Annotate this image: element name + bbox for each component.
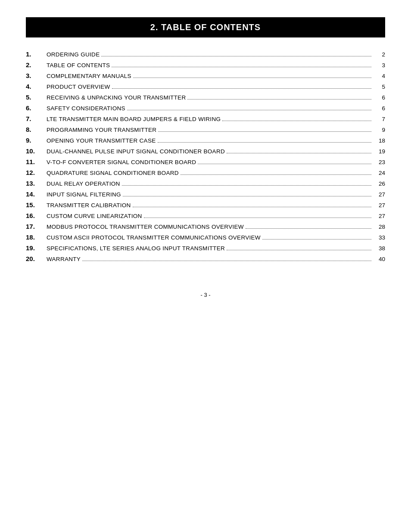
toc-item-dots [112,88,371,89]
toc-item-text-area: WARRANTY40 [47,256,385,262]
toc-item-number: 13. [26,180,47,187]
toc-item: 20.WARRANTY40 [26,255,385,262]
toc-item-title: INPUT SIGNAL FILTERING [47,191,121,198]
toc-item-title: WARRANTY [47,256,81,262]
toc-item-dots [101,56,371,56]
toc-item-dots [222,121,371,121]
toc-item-text-area: RECEIVING & UNPACKING YOUR TRANSMITTER6 [47,94,385,101]
toc-item-dots [198,164,371,164]
toc-item-dots [187,99,371,100]
toc-item-page: 2 [373,51,385,58]
toc-item-dots [127,110,371,110]
toc-item-text-area: SPECIFICATIONS, LTE SERIES ANALOG INPUT … [47,245,385,252]
section-header: 2. TABLE OF CONTENTS [26,17,385,37]
toc-item-number: 3. [26,72,47,79]
toc-item-page: 9 [373,127,385,133]
toc-item-dots [123,196,371,196]
toc-item-page: 40 [373,256,385,262]
toc-item: 9.OPENING YOUR TRANSMITTER CASE18 [26,137,385,144]
toc-item: 1.ORDERING GUIDE2 [26,50,385,58]
toc-item-title: OPENING YOUR TRANSMITTER CASE [47,137,156,144]
toc-list: 1.ORDERING GUIDE22.TABLE OF CONTENTS33.C… [26,50,385,262]
toc-item: 15.TRANSMITTER CALIBRATION27 [26,201,385,208]
toc-item-page: 27 [373,191,385,198]
toc-item-title: MODBUS PROTOCOL TRANSMITTER COMMUNICATIO… [47,224,244,230]
toc-item-number: 4. [26,83,47,90]
toc-item-text-area: MODBUS PROTOCOL TRANSMITTER COMMUNICATIO… [47,224,385,230]
toc-item-text-area: V-TO-F CONVERTER SIGNAL CONDITIONER BOAR… [47,159,385,165]
toc-item-number: 17. [26,223,47,230]
toc-item-title: DUAL-CHANNEL PULSE INPUT SIGNAL CONDITIO… [47,148,225,155]
toc-item-title: COMPLEMENTARY MANUALS [47,73,131,79]
toc-item-dots [181,174,371,175]
toc-item-text-area: DUAL RELAY OPERATION26 [47,180,385,187]
toc-item-number: 19. [26,244,47,252]
toc-item-text-area: PRODUCT OVERVIEW5 [47,84,385,90]
toc-item-title: RECEIVING & UNPACKING YOUR TRANSMITTER [47,94,186,101]
toc-item-text-area: CUSTOM ASCII PROTOCOL TRANSMITTER COMMUN… [47,234,385,241]
toc-item: 2.TABLE OF CONTENTS3 [26,61,385,68]
toc-item-dots [144,218,371,218]
toc-item-page: 23 [373,159,385,165]
page-footer: - 3 - [26,266,385,298]
toc-item-page: 27 [373,213,385,219]
toc-item-title: DUAL RELAY OPERATION [47,180,120,187]
toc-item-dots [227,153,371,153]
toc-item-number: 16. [26,212,47,219]
toc-item-text-area: CUSTOM CURVE LINEARIZATION27 [47,213,385,219]
toc-item-dots [158,131,371,132]
toc-item-number: 7. [26,115,47,122]
toc-item-title: PRODUCT OVERVIEW [47,84,110,90]
toc-item-page: 38 [373,245,385,252]
toc-item-text-area: ORDERING GUIDE2 [47,51,385,58]
toc-item-dots [133,207,371,207]
toc-item-title: V-TO-F CONVERTER SIGNAL CONDITIONER BOAR… [47,159,196,165]
toc-item-number: 9. [26,137,47,144]
toc-item-title: PROGRAMMING YOUR TRANSMITTER [47,127,156,133]
toc-item: 3.COMPLEMENTARY MANUALS4 [26,72,385,79]
toc-item-title: SAFETY CONSIDERATIONS [47,105,125,112]
toc-item-number: 2. [26,61,47,68]
toc-item-title: TABLE OF CONTENTS [47,62,110,68]
toc-item: 6.SAFETY CONSIDERATIONS6 [26,104,385,112]
page-container: 2. TABLE OF CONTENTS 1.ORDERING GUIDE22.… [26,17,385,298]
toc-item-dots [112,67,371,67]
toc-item-number: 1. [26,50,47,58]
toc-item: 13.DUAL RELAY OPERATION26 [26,180,385,187]
toc-item-title: TRANSMITTER CALIBRATION [47,202,131,208]
toc-item-text-area: DUAL-CHANNEL PULSE INPUT SIGNAL CONDITIO… [47,148,385,155]
toc-item-text-area: SAFETY CONSIDERATIONS6 [47,105,385,112]
section-header-title: 2. TABLE OF CONTENTS [150,22,261,32]
toc-item: 16.CUSTOM CURVE LINEARIZATION27 [26,212,385,219]
toc-item-dots [82,261,371,261]
toc-item: 11.V-TO-F CONVERTER SIGNAL CONDITIONER B… [26,158,385,165]
toc-item-title: QUADRATURE SIGNAL CONDITIONER BOARD [47,170,179,176]
toc-item: 18.CUSTOM ASCII PROTOCOL TRANSMITTER COM… [26,233,385,241]
toc-item-dots [262,239,371,240]
toc-item-dots [122,185,371,186]
toc-item-page: 6 [373,94,385,101]
toc-item-page: 7 [373,116,385,122]
toc-item: 12.QUADRATURE SIGNAL CONDITIONER BOARD24 [26,169,385,176]
toc-item-title: CUSTOM CURVE LINEARIZATION [47,213,142,219]
toc-item-page: 19 [373,148,385,155]
toc-item-number: 8. [26,126,47,133]
toc-item-number: 18. [26,233,47,241]
toc-item-dots [227,250,371,250]
toc-item-number: 14. [26,190,47,198]
toc-item: 14.INPUT SIGNAL FILTERING27 [26,190,385,198]
toc-item-page: 3 [373,62,385,68]
toc-item-page: 5 [373,84,385,90]
toc-item-text-area: PROGRAMMING YOUR TRANSMITTER9 [47,127,385,133]
toc-item-page: 27 [373,202,385,208]
toc-item-number: 5. [26,93,47,101]
toc-item-number: 12. [26,169,47,176]
toc-item-text-area: COMPLEMENTARY MANUALS4 [47,73,385,79]
toc-item-page: 26 [373,180,385,187]
toc-item-dots [133,78,371,78]
toc-item-text-area: TABLE OF CONTENTS3 [47,62,385,68]
toc-item: 19.SPECIFICATIONS, LTE SERIES ANALOG INP… [26,244,385,252]
toc-item-page: 18 [373,137,385,144]
toc-item: 5.RECEIVING & UNPACKING YOUR TRANSMITTER… [26,93,385,101]
toc-item-number: 15. [26,201,47,208]
